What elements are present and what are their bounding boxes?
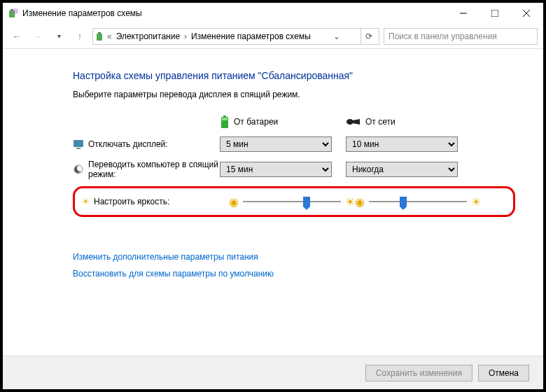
slider-track[interactable] <box>243 201 341 202</box>
sleep-battery-select[interactable]: 15 мин <box>220 162 332 177</box>
maximize-button[interactable] <box>479 4 510 23</box>
breadcrumb-item[interactable]: Изменение параметров схемы <box>188 31 314 41</box>
chevron-icon: « <box>106 31 113 41</box>
sleep-plugged-select[interactable]: Никогда <box>346 162 458 177</box>
search-placeholder: Поиск в панели управления <box>388 31 497 41</box>
address-bar[interactable]: « Электропитание › Изменение параметров … <box>92 28 379 45</box>
svg-rect-7 <box>97 34 102 41</box>
links-section: Изменить дополнительные параметры питани… <box>73 252 515 279</box>
row-sleep: Переводить компьютер в спящий режим: <box>73 157 220 182</box>
advanced-settings-link[interactable]: Изменить дополнительные параметры питани… <box>73 252 515 262</box>
svg-rect-10 <box>223 115 226 117</box>
svg-rect-11 <box>222 118 227 120</box>
breadcrumb-item[interactable]: Электропитание <box>113 31 183 41</box>
app-icon <box>7 8 18 19</box>
column-label: От батареи <box>234 117 278 127</box>
restore-defaults-link[interactable]: Восстановить для схемы параметры по умол… <box>73 269 515 279</box>
sun-bright-icon: ☀ <box>471 195 481 209</box>
close-button[interactable] <box>510 4 542 23</box>
page-subtitle: Выберите параметры перевода дисплея в сп… <box>73 90 515 99</box>
row-label: Отключать дисплей: <box>88 139 168 149</box>
svg-point-2 <box>13 8 18 14</box>
plug-icon <box>346 117 361 127</box>
sun-icon: ☀ <box>82 197 90 206</box>
cancel-button[interactable]: Отмена <box>478 365 529 382</box>
up-button[interactable]: ↑ <box>71 28 88 45</box>
row-label: Переводить компьютер в спящий режим: <box>88 160 220 179</box>
chevron-down-icon[interactable]: ⌄ <box>329 31 344 41</box>
sun-bright-icon: ☀ <box>345 195 355 209</box>
slider-thumb[interactable] <box>303 197 310 206</box>
brightness-battery-slider[interactable]: ◉ ☀ <box>229 195 355 209</box>
column-plugged: От сети <box>346 114 472 130</box>
page-title: Настройка схемы управления питанием "Сба… <box>73 70 515 81</box>
slider-thumb[interactable] <box>400 197 407 206</box>
save-button[interactable]: Сохранить изменения <box>365 365 472 382</box>
minimize-button[interactable] <box>447 4 479 23</box>
svg-point-12 <box>346 119 354 125</box>
power-icon <box>94 31 106 42</box>
svg-rect-8 <box>98 32 101 34</box>
svg-rect-4 <box>491 10 498 17</box>
back-button[interactable]: ← <box>8 28 25 45</box>
recent-button[interactable]: ▾ <box>50 28 67 45</box>
titlebar: Изменение параметров схемы <box>3 3 543 24</box>
moon-icon <box>73 164 84 175</box>
row-display-off: Отключать дисплей: <box>73 136 220 153</box>
chevron-icon: › <box>183 31 188 41</box>
column-battery: От батареи <box>220 112 346 132</box>
window-title: Изменение параметров схемы <box>22 8 447 18</box>
forward-button[interactable]: → <box>29 28 46 45</box>
sun-dim-icon: ◉ <box>229 195 239 209</box>
brightness-plugged-slider[interactable]: ◉ ☀ <box>355 195 481 209</box>
footer: Сохранить изменения Отмена <box>3 356 543 389</box>
main-content: Настройка схемы управления питанием "Сба… <box>3 49 543 279</box>
monitor-icon <box>73 139 84 150</box>
row-brightness-highlighted: ☀ Настроить яркость: ◉ ☀ ◉ ☀ <box>73 186 515 217</box>
row-brightness: ☀ Настроить яркость: <box>82 194 229 209</box>
column-label: От сети <box>365 117 396 127</box>
search-input[interactable]: Поиск в панели управления <box>384 28 538 45</box>
display-off-plugged-select[interactable]: 10 мин <box>346 136 458 152</box>
battery-icon <box>220 115 230 129</box>
display-off-battery-select[interactable]: 5 мин <box>220 136 332 152</box>
svg-rect-14 <box>76 148 80 149</box>
sun-dim-icon: ◉ <box>355 195 365 209</box>
nav-bar: ← → ▾ ↑ « Электропитание › Изменение пар… <box>3 24 543 49</box>
svg-rect-13 <box>74 140 83 147</box>
slider-track[interactable] <box>369 201 467 202</box>
refresh-button[interactable]: ⟳ <box>360 29 377 44</box>
row-label: Настроить яркость: <box>94 197 169 206</box>
